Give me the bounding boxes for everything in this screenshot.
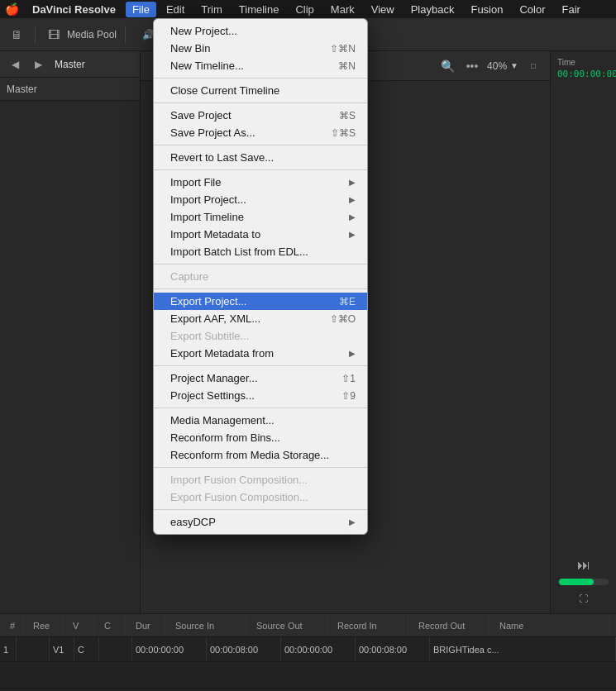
menu-capture: Capture	[154, 268, 367, 285]
menu-import-batch[interactable]: Import Batch List from EDL...	[154, 243, 367, 260]
menu-export-project-shortcut: ⌘E	[339, 296, 356, 307]
menu-project-manager[interactable]: Project Manager... ⇧1	[154, 369, 367, 387]
col-header-source-in: Source In	[172, 614, 246, 636]
menu-save-project-as-label: Save Project As...	[170, 126, 314, 139]
menu-new-timeline-shortcut: ⌘N	[338, 60, 356, 72]
menu-view[interactable]: View	[365, 2, 401, 17]
search-icon[interactable]: 🔍	[437, 56, 457, 76]
toolbar-separator	[35, 26, 36, 43]
menu-bar: 🍎 DaVinci Resolve File Edit Trim Timelin…	[0, 0, 616, 18]
menu-color[interactable]: Color	[513, 2, 552, 17]
time-label: Time	[557, 58, 609, 67]
menu-export-metadata[interactable]: Export Metadata from ▶	[154, 345, 367, 362]
col-header-reel: Ree	[30, 614, 63, 636]
volume-slider[interactable]	[559, 579, 609, 585]
menu-easydcp[interactable]: easyDCP ▶	[154, 513, 367, 531]
media-pool-icon[interactable]: 🎞	[44, 25, 64, 45]
cell-dur	[99, 637, 132, 661]
menu-import-batch-label: Import Batch List from EDL...	[170, 245, 356, 258]
menu-export-subtitle-label: Export Subtitle...	[170, 330, 356, 342]
timeline-row[interactable]: 1 V1 C 00:00:00:00 00:00:08:00 00:00:00:…	[0, 637, 616, 662]
monitor-icon[interactable]: 🖥	[7, 25, 26, 45]
menu-export-aaf[interactable]: Export AAF, XML... ⇧⌘O	[154, 310, 367, 327]
col-header-source-out: Source Out	[253, 614, 327, 636]
menu-timeline[interactable]: Timeline	[232, 2, 286, 17]
bottom-bar: 🔍 ••• 00	[0, 688, 616, 691]
menu-import-file[interactable]: Import File ▶	[154, 174, 367, 191]
sep-8	[154, 407, 367, 408]
menu-import-fusion: Import Fusion Composition...	[154, 471, 367, 488]
menu-project-settings[interactable]: Project Settings... ⇧9	[154, 387, 367, 404]
sep-1	[154, 78, 367, 79]
folder-breadcrumb: Master	[0, 78, 140, 101]
menu-save-project-as[interactable]: Save Project As... ⇧⌘S	[154, 124, 367, 141]
sep-2	[154, 102, 367, 103]
menu-media-management-label: Media Management...	[170, 414, 356, 427]
menu-new-project[interactable]: New Project...	[154, 22, 367, 40]
skip-end-icon[interactable]: ⏭	[574, 555, 594, 575]
menu-export-project[interactable]: Export Project... ⌘E	[154, 293, 367, 310]
apple-logo-icon[interactable]: 🍎	[5, 2, 19, 16]
menu-media-management[interactable]: Media Management...	[154, 412, 367, 429]
menu-clip[interactable]: Clip	[289, 2, 320, 17]
menu-import-project[interactable]: Import Project... ▶	[154, 191, 367, 208]
menu-save-project[interactable]: Save Project ⌘S	[154, 107, 367, 124]
cell-record-in: 00:00:00:00	[281, 637, 356, 661]
menu-import-metadata[interactable]: Import Metadata to ▶	[154, 226, 367, 243]
cell-v: V1	[50, 637, 74, 661]
menu-export-aaf-shortcut: ⇧⌘O	[330, 313, 356, 325]
menu-fair[interactable]: Fair	[556, 2, 587, 17]
search-bottom-icon[interactable]: 🔍	[7, 688, 26, 692]
menu-easydcp-arrow: ▶	[349, 517, 356, 527]
menu-new-bin-shortcut: ⇧⌘N	[330, 43, 356, 55]
menu-edit[interactable]: Edit	[160, 2, 191, 17]
menu-capture-label: Capture	[170, 270, 356, 283]
zoom-chevron-icon[interactable]: ▼	[510, 61, 518, 70]
menu-export-fusion-label: Export Fusion Composition...	[170, 491, 356, 503]
menu-file[interactable]: File	[126, 2, 156, 17]
timeline-header: # Ree V C Dur Source In Source Out Recor…	[0, 614, 616, 637]
menu-new-timeline[interactable]: New Timeline... ⌘N	[154, 57, 367, 74]
fullscreen-icon[interactable]: ⛶	[574, 589, 594, 608]
menu-import-metadata-arrow: ▶	[349, 230, 356, 239]
folder-name: Master	[7, 83, 37, 95]
menu-import-timeline-arrow: ▶	[349, 212, 356, 222]
col-header-num: #	[7, 614, 23, 636]
file-menu: New Project... New Bin ⇧⌘N New Timeline.…	[153, 18, 368, 535]
menu-export-project-label: Export Project...	[170, 295, 322, 307]
left-panel: ◀ ▶ Master Master	[0, 51, 141, 613]
more-bottom-icon[interactable]: •••	[33, 688, 53, 692]
cell-record-out: 00:00:08:00	[356, 637, 430, 661]
sep-3	[154, 145, 367, 145]
menu-revert[interactable]: Revert to Last Save...	[154, 149, 367, 166]
menu-project-settings-label: Project Settings...	[170, 389, 325, 402]
toolbar-separator-2	[125, 26, 126, 43]
menu-fusion[interactable]: Fusion	[464, 2, 509, 17]
menu-mark[interactable]: Mark	[324, 2, 361, 17]
menu-reconform-bins-label: Reconform from Bins...	[170, 431, 356, 444]
sep-10	[154, 509, 367, 510]
nav-forward-icon[interactable]: ▶	[28, 55, 48, 74]
menu-reconform-bins[interactable]: Reconform from Bins...	[154, 429, 367, 446]
menu-export-fusion: Export Fusion Composition...	[154, 488, 367, 506]
menu-project-manager-label: Project Manager...	[170, 372, 325, 384]
fit-icon[interactable]: □	[523, 56, 543, 76]
menu-project-settings-shortcut: ⇧9	[341, 390, 356, 402]
menu-new-bin[interactable]: New Bin ⇧⌘N	[154, 40, 367, 57]
menu-save-project-as-shortcut: ⇧⌘S	[331, 127, 356, 139]
menu-close-timeline-label: Close Current Timeline	[170, 84, 339, 97]
menu-import-timeline[interactable]: Import Timeline ▶	[154, 208, 367, 226]
col-header-dur: Dur	[132, 614, 165, 636]
menu-new-bin-label: New Bin	[170, 42, 313, 55]
menu-reconform-storage-label: Reconform from Media Storage...	[170, 449, 356, 461]
menu-reconform-storage[interactable]: Reconform from Media Storage...	[154, 446, 367, 464]
more-options-icon[interactable]: •••	[462, 56, 482, 76]
cell-source-out: 00:00:08:00	[207, 637, 281, 661]
nav-back-icon[interactable]: ◀	[5, 55, 25, 74]
menu-close-timeline[interactable]: Close Current Timeline	[154, 82, 367, 99]
menu-playback[interactable]: Playback	[404, 2, 461, 17]
time-value: 00:00:00:00	[557, 69, 609, 79]
sep-4	[154, 169, 367, 170]
media-pool-label: Media Pool	[67, 29, 117, 41]
menu-trim[interactable]: Trim	[194, 2, 229, 17]
